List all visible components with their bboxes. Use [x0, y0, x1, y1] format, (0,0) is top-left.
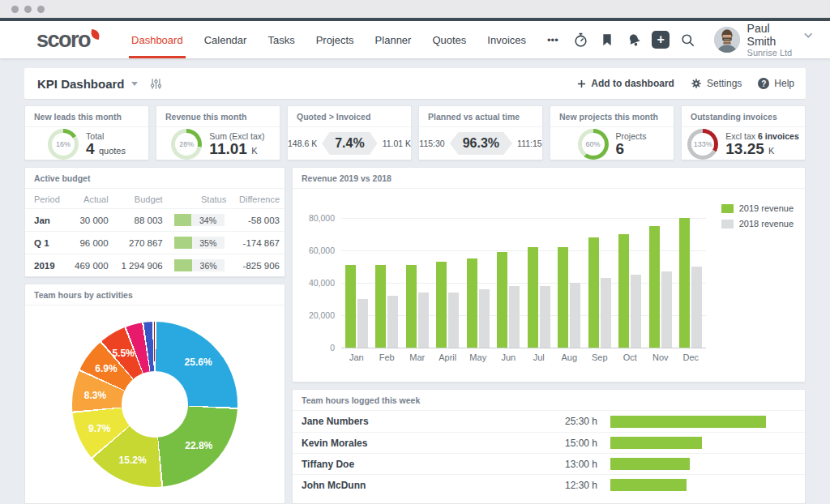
- budget-column-header: Budget: [113, 189, 168, 209]
- bar-2018-revenue: [357, 299, 368, 348]
- donut-slice-label: 8.3%: [84, 390, 106, 401]
- bar-pair: [558, 218, 580, 348]
- nav-item-tasks[interactable]: Tasks: [257, 21, 305, 58]
- member-bar: [610, 416, 766, 428]
- member-hours: 13:00 h: [549, 459, 597, 470]
- bar-2019-revenue: [497, 252, 507, 348]
- list-item: Tiffany Doe13:00 h: [293, 453, 805, 474]
- bar-pair: [375, 218, 398, 348]
- nav-item-dashboard[interactable]: Dashboard: [121, 21, 194, 58]
- kpi-card[interactable]: Quoted > Invoiced148.6 K7.4%11.01 K: [287, 105, 412, 160]
- x-axis-label: Mar: [409, 352, 425, 362]
- nav-item-more[interactable]: •••: [537, 21, 569, 58]
- member-bar: [610, 479, 687, 491]
- kpi-card-title: Revenue this month: [156, 106, 280, 127]
- bar-group: Jul: [524, 218, 554, 362]
- bar-group: Nov: [645, 218, 676, 362]
- budget-actual: 30 000: [67, 209, 113, 232]
- kpi-card[interactable]: New leads this month16%Total4 quotes: [24, 105, 149, 160]
- kpi-value: 6: [616, 141, 647, 158]
- user-profile[interactable]: Paul Smith Sunrise Ltd: [714, 22, 812, 58]
- nav-item-planner[interactable]: Planner: [365, 21, 422, 58]
- budget-table: PeriodActualBudgetStatusDifference Jan30…: [25, 189, 285, 276]
- budget-actual: 96 000: [67, 232, 113, 254]
- bar-2019-revenue: [588, 237, 599, 348]
- dashboard-title-dropdown[interactable]: KPI Dashboard: [37, 77, 138, 91]
- kpi-card-body: 16%Total4 quotes: [25, 127, 148, 160]
- budget-status: 36%: [168, 254, 232, 277]
- bar-group: Jun: [494, 218, 524, 362]
- search-icon[interactable]: [676, 28, 700, 52]
- bar-pair: [497, 218, 520, 348]
- kpi-compare-badge: 7.4%: [322, 132, 377, 155]
- bar-2018-revenue: [509, 286, 520, 348]
- member-bar-track: [610, 458, 794, 470]
- kpi-card-title: Outstanding invoices: [682, 106, 805, 127]
- bar-group: Mar: [402, 218, 433, 362]
- budget-difference: -58 003: [231, 209, 285, 232]
- nav-item-calendar[interactable]: Calendar: [194, 21, 258, 58]
- bar-pair: [588, 218, 611, 348]
- activities-donut-chart[interactable]: 25.6%22.8%15.2%9.7%8.3%6.9%5.5%: [72, 322, 237, 487]
- budget-table-body: Jan30 00088 00334%-58 003Q 196 000270 86…: [25, 209, 285, 277]
- bar-2019-revenue: [406, 265, 417, 348]
- bar-group: May: [463, 218, 494, 362]
- kpi-compare: 148.6 K7.4%11.01 K: [288, 132, 411, 155]
- window-dot[interactable]: [24, 6, 32, 13]
- nav-item-projects[interactable]: Projects: [306, 21, 365, 58]
- user-name: Paul Smith: [747, 22, 799, 48]
- x-axis-label: Oct: [623, 352, 637, 362]
- kpi-gauge-percent: 28%: [171, 129, 202, 160]
- donut-wrap: 25.6%22.8%15.2%9.7%8.3%6.9%5.5%: [25, 305, 285, 503]
- window-titlebar: [0, 0, 830, 18]
- nav-menu: DashboardCalendarTasksProjectsPlannerQuo…: [121, 21, 569, 58]
- filters-icon[interactable]: [144, 71, 169, 96]
- donut-slice-label: 15.2%: [119, 455, 147, 466]
- bar-2018-revenue: [691, 267, 702, 348]
- revenue-chart-card: Revenue 2019 vs 2018 80,00060,00040,0002…: [292, 167, 806, 382]
- bookmark-icon[interactable]: [596, 28, 619, 52]
- add-new-icon[interactable]: +: [649, 28, 673, 52]
- nav-item-invoices[interactable]: Invoices: [477, 21, 537, 58]
- y-axis-tick: 20,000: [309, 310, 335, 320]
- timer-icon[interactable]: [569, 28, 593, 52]
- kpi-card[interactable]: Outstanding invoices133%Excl tax 6 invoi…: [681, 105, 806, 160]
- kpi-meta: Projects6: [616, 131, 647, 158]
- legend-swatch: [721, 220, 734, 229]
- window-dot[interactable]: [11, 6, 19, 13]
- kpi-card[interactable]: Planned vs actual time115:3096.3%111:15: [418, 105, 543, 160]
- chevron-down-icon: [131, 82, 138, 86]
- bar-2019-revenue: [345, 265, 356, 348]
- help-button[interactable]: ? Help: [758, 78, 794, 89]
- add-to-dashboard-button[interactable]: Add to dashboard: [577, 78, 674, 89]
- x-axis-label: Dec: [682, 352, 699, 362]
- y-axis-tick: 40,000: [309, 278, 335, 288]
- bar-group: Sep: [584, 218, 615, 362]
- legend-swatch: [721, 204, 734, 213]
- gear-icon: [691, 78, 702, 89]
- scoro-logo[interactable]: scoro: [36, 29, 100, 51]
- kpi-label-bold: 6 invoices: [758, 131, 799, 141]
- team-hours-logged-card: Team hours logged this week Jane Numbers…: [292, 389, 806, 504]
- bar-group: Feb: [372, 218, 403, 362]
- bar-2018-revenue: [479, 289, 490, 348]
- budget-status-fill: [174, 259, 192, 271]
- budget-column-header: Status: [168, 189, 232, 209]
- bell-icon[interactable]: [622, 28, 646, 52]
- page-title: KPI Dashboard: [37, 77, 125, 91]
- bar-2019-revenue: [679, 218, 690, 348]
- budget-difference: -174 867: [231, 232, 285, 254]
- donut-slice-label: 25.6%: [185, 357, 212, 368]
- bar-2019-revenue: [467, 258, 477, 348]
- settings-button[interactable]: Settings: [691, 78, 742, 89]
- kpi-label: Total: [86, 131, 126, 141]
- kpi-compare-left: 115:30: [419, 139, 444, 148]
- kpi-card[interactable]: Revenue this month28%Sum (Excl tax)11.01…: [156, 105, 280, 160]
- kpi-meta: Total4 quotes: [86, 131, 126, 158]
- member-name: John McDunn: [302, 480, 549, 491]
- nav-item-quotes[interactable]: Quotes: [421, 21, 477, 58]
- member-bar-track: [610, 416, 794, 428]
- window-dot[interactable]: [37, 6, 45, 13]
- budget-budget: 270 867: [113, 232, 168, 254]
- kpi-card[interactable]: New projects this month60%Projects6: [550, 105, 674, 160]
